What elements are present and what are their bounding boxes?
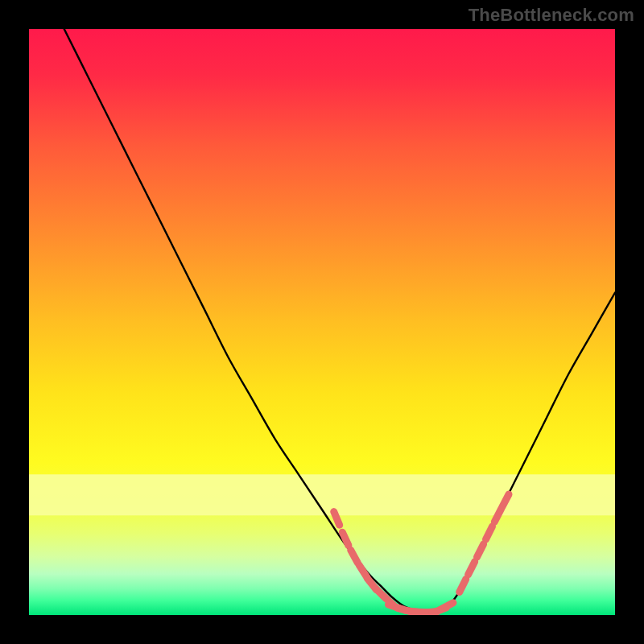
watermark-text: TheBottleneck.com [469, 5, 634, 26]
bottleneck-chart [29, 29, 615, 615]
chart-frame: TheBottleneck.com [0, 0, 644, 644]
chart-background-gradient [29, 29, 615, 615]
